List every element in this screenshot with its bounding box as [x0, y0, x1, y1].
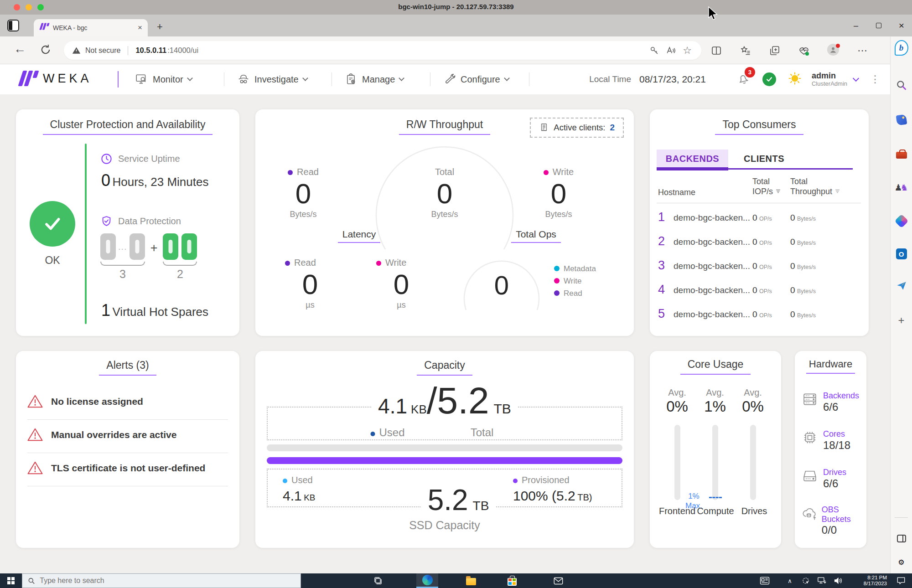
sidebar-panel-icon[interactable] [895, 531, 908, 545]
taskbar-search[interactable] [22, 573, 301, 588]
tab-backends[interactable]: BACKENDS [657, 150, 728, 168]
tray-network-icon[interactable] [814, 573, 830, 588]
metric-unit: Bytes/s [406, 210, 483, 219]
window-minimize-button[interactable]: – [845, 15, 866, 36]
start-button[interactable] [0, 573, 22, 588]
new-tab-icon[interactable]: + [157, 21, 163, 33]
taskbar-clock[interactable]: 8:21 PM 8/17/2023 [864, 575, 887, 587]
table-row[interactable]: 3demo-bgc-backen... 0 OP/s 0 Bytes/s [650, 256, 869, 279]
hardware-item-backends[interactable]: Backends6/6 [801, 391, 859, 413]
back-icon[interactable]: ← [14, 42, 26, 56]
notifications-button[interactable]: 3 [736, 72, 750, 87]
address-bar[interactable]: Not secure 10.5.0.11 :14000/ui ☆ [64, 41, 701, 60]
browser-tab[interactable]: WEKA - bgc × [34, 19, 148, 36]
nav-overflow-icon[interactable]: ⋮ [870, 73, 880, 85]
sidebar-search-icon[interactable] [895, 78, 908, 92]
window-close-button[interactable]: × [891, 15, 912, 36]
tab-close-icon[interactable]: × [138, 23, 142, 32]
row-iops: 0 [752, 285, 757, 295]
microsoft-365-icon[interactable] [895, 214, 908, 228]
parity-stripes-count: 2 [163, 268, 197, 281]
user-menu[interactable]: admin ClusterAdmin [812, 72, 847, 87]
task-view-button[interactable] [367, 573, 389, 588]
theme-sun-icon[interactable] [788, 72, 802, 87]
capacity-total-unit: TB [494, 401, 511, 417]
row-iops: 0 [752, 261, 757, 271]
taskbar-store-button[interactable] [501, 573, 523, 588]
warning-triangle-icon [27, 461, 43, 475]
profile-avatar[interactable] [827, 44, 839, 56]
uptime-label: Service Uptime [118, 154, 180, 164]
workspaces-icon[interactable] [7, 20, 19, 31]
tools-icon[interactable] [895, 147, 908, 160]
widgets-news-button[interactable] [754, 573, 776, 588]
action-center-button[interactable] [891, 573, 911, 588]
drop-icon[interactable] [895, 279, 908, 293]
alert-item[interactable]: TLS certificate is not user-defined [27, 461, 205, 475]
avg-value: 0% [659, 398, 695, 415]
sidebar-settings-gear-icon[interactable]: ⚙ [895, 555, 908, 569]
favorite-star-icon[interactable]: ☆ [681, 45, 693, 57]
shopping-icon[interactable] [895, 113, 908, 127]
ssd-total-value: 5.2 [428, 483, 468, 517]
remote-window-titlebar: bgc-win10-jump - 20.127.59.73:3389 [0, 0, 912, 15]
row-iops: 0 [752, 309, 757, 319]
drives-avg: Avg. 0% [735, 387, 771, 415]
password-key-icon[interactable] [648, 45, 660, 57]
tab-clients[interactable]: CLIENTS [728, 150, 800, 168]
clock-date: 8/17/2023 [864, 581, 887, 587]
alert-item[interactable]: No license assigned [27, 394, 143, 408]
metric-label: Total [435, 167, 454, 177]
write-dot-icon [554, 278, 560, 284]
col-total-throughput[interactable]: Total Throughput [790, 177, 840, 197]
collections-icon[interactable] [769, 45, 781, 57]
sidebar-add-icon[interactable]: + [895, 314, 908, 327]
alert-item[interactable]: Manual overrides are active [27, 428, 176, 442]
taskbar-mail-button[interactable] [547, 573, 569, 588]
tray-capture-icon[interactable] [798, 573, 814, 588]
frontend-avg: Avg. 0% [659, 387, 695, 415]
col-hostname[interactable]: Hostname [658, 188, 695, 198]
active-clients-box[interactable]: Active clients: 2 [530, 118, 624, 138]
hardware-item-obs-buckets[interactable]: OBS Buckets0/0 [801, 505, 866, 536]
table-row[interactable]: 4demo-bgc-backen... 0 OP/s 0 Bytes/s [650, 280, 869, 303]
tray-chevron-up-icon[interactable]: ∧ [782, 573, 798, 588]
search-input[interactable] [40, 577, 295, 585]
row-throughput-unit: Bytes/s [797, 240, 816, 246]
split-screen-icon[interactable] [710, 45, 722, 57]
table-row[interactable]: 1demo-bgc-backen... 0 OP/s 0 Bytes/s [650, 207, 869, 230]
mouse-cursor [708, 6, 719, 21]
refresh-icon[interactable] [39, 43, 52, 58]
copilot-icon[interactable]: b [895, 41, 908, 55]
menu-manage[interactable]: Manage [345, 64, 404, 94]
menu-investigate[interactable]: Investigate [237, 64, 307, 94]
col-total-iops[interactable]: Total IOP/s [752, 177, 781, 197]
games-icon[interactable]: ♟♞ [895, 181, 908, 194]
taskbar-file-explorer-button[interactable] [460, 573, 482, 588]
table-row[interactable]: 5demo-bgc-backen... 0 OP/s 0 Bytes/s [650, 304, 869, 327]
table-row[interactable]: 2demo-bgc-backen... 0 OP/s 0 Bytes/s [650, 232, 869, 254]
weka-brand[interactable]: WEKA [21, 71, 92, 86]
favorites-icon[interactable] [740, 45, 751, 57]
sort-icon [834, 189, 840, 194]
hardware-value: 0/0 [822, 524, 866, 536]
settings-more-icon[interactable]: ⋯ [856, 45, 868, 57]
ssd-total-headline: 5.2 TB [421, 483, 496, 517]
window-restore-button[interactable] [868, 15, 889, 36]
taskbar-edge-button[interactable] [416, 573, 438, 588]
read-aloud-icon[interactable] [665, 45, 677, 57]
row-throughput: 0 [790, 309, 795, 319]
outlook-icon[interactable]: O [895, 247, 908, 261]
drives-label: Drives [735, 506, 774, 516]
hardware-item-drives[interactable]: Drives6/6 [801, 468, 846, 490]
menu-monitor[interactable]: Monitor [135, 64, 192, 94]
remote-window-title: bgc-win10-jump - 20.127.59.73:3389 [0, 3, 912, 10]
cluster-status-check-icon[interactable] [762, 72, 776, 86]
browser-essentials-icon[interactable] [798, 45, 810, 57]
user-chevron-down-icon[interactable] [853, 75, 859, 82]
hardware-item-cores[interactable]: Cores18/18 [801, 429, 850, 452]
parity-stripe-block [163, 233, 178, 260]
write-dot-icon [544, 170, 549, 175]
menu-configure[interactable]: Configure [444, 64, 509, 94]
tray-volume-icon[interactable] [830, 573, 846, 588]
